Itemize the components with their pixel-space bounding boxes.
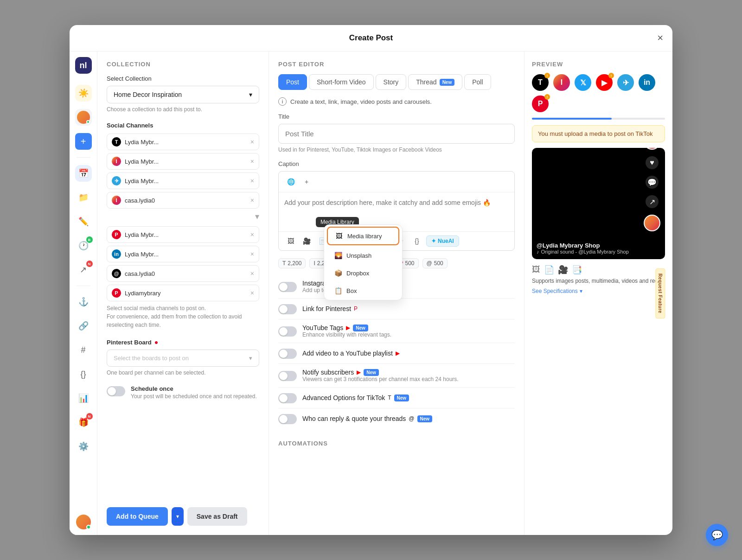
info-row: i Create a text, link, image, video post…	[278, 97, 515, 106]
chat-button[interactable]: 💬	[706, 524, 728, 546]
collection-select-dropdown[interactable]: Home Decor Inspiration ▾	[107, 86, 259, 103]
channel-name-1: Lydia Mybr...	[125, 139, 159, 146]
youtube-preview-icon[interactable]: ▶ !	[596, 74, 613, 91]
box-option[interactable]: 📋 Box	[327, 282, 399, 299]
instagram-preview-icon[interactable]: I	[553, 74, 570, 91]
user-avatar[interactable]	[76, 515, 91, 529]
youtube-playlist-toggle[interactable]	[278, 349, 297, 359]
twitter-preview-icon[interactable]: 𝕏	[575, 74, 591, 91]
save-as-draft-button[interactable]: Save as Draft	[187, 507, 247, 526]
collection-section-title: COLLECTION	[107, 61, 259, 68]
preview-comment-icon[interactable]: 💬	[646, 176, 659, 189]
remove-channel-8[interactable]: ×	[250, 289, 254, 297]
modal-header: Create Post ×	[70, 25, 672, 51]
video-type-icon: 🎥	[558, 265, 568, 275]
tab-short-form-video[interactable]: Short-form Video	[309, 74, 374, 90]
schedule-toggle[interactable]	[107, 386, 125, 396]
video-tool[interactable]: 🎥	[300, 235, 313, 248]
box-label: Box	[346, 287, 357, 294]
preview-heart-icon[interactable]: ♥	[646, 156, 659, 169]
media-library-label: Media library	[347, 233, 382, 240]
media-library-option[interactable]: 🖼 Media library	[327, 227, 399, 245]
youtube-playlist-content: Add video to a YouTube playlist ▶	[302, 350, 515, 357]
remove-channel-4[interactable]: ×	[250, 197, 254, 204]
calendar-icon[interactable]: 📅	[75, 165, 92, 182]
youtube-tags-toggle[interactable]	[278, 326, 297, 337]
warning-text: You must upload a media to post on TikTo…	[538, 130, 652, 137]
tab-poll[interactable]: Poll	[464, 74, 491, 90]
see-specifications-link[interactable]: See Specifications ▾	[532, 288, 665, 294]
preview-music-icon[interactable]	[644, 215, 660, 231]
share-icon[interactable]: ↗ N	[75, 261, 92, 278]
preview-video-info: @Lydia Mybrary Shop ♪ Original sound - @…	[537, 242, 642, 255]
user-avatar-icon[interactable]	[75, 109, 92, 126]
telegram-preview-icon[interactable]: ✈	[617, 74, 634, 91]
anchor-icon[interactable]: ⚓	[75, 293, 92, 310]
tab-story[interactable]: Story	[376, 74, 407, 90]
remove-channel-5[interactable]: ×	[250, 231, 254, 238]
remove-channel-7[interactable]: ×	[250, 270, 254, 277]
channel-name-5: Lydia Mybr...	[125, 231, 159, 238]
channel-item-telegram: ✈ Lydia Mybr... ×	[107, 172, 259, 189]
linkedin-preview-icon[interactable]: in	[639, 74, 655, 91]
language-tool[interactable]: 🌐	[284, 175, 297, 188]
unsplash-option[interactable]: 🌄 Unsplash	[327, 247, 399, 264]
add-tool[interactable]: +	[300, 175, 313, 188]
post-title-input[interactable]	[278, 124, 515, 144]
preview-share-icon[interactable]: ↗	[646, 195, 659, 208]
gift-icon[interactable]: 🎁 N	[75, 414, 92, 431]
expand-channels-icon[interactable]: ▾	[255, 211, 259, 222]
pinterest-link-title: Link for Pinterest P	[302, 305, 515, 312]
pinterest-platform-icon-2: P	[112, 288, 121, 298]
caption-textarea[interactable]	[279, 192, 514, 229]
tab-post[interactable]: Post	[278, 74, 307, 90]
add-to-queue-button[interactable]: Add to Queue	[107, 507, 168, 526]
tiktok-warning-banner: You must upload a media to post on TikTo…	[532, 125, 665, 142]
queue-options-button[interactable]: ▾	[172, 507, 184, 526]
add-button[interactable]: +	[75, 133, 92, 150]
board-chevron-icon: ▾	[249, 355, 252, 362]
unsplash-icon: 🌄	[333, 251, 343, 260]
hashtag-icon[interactable]: #	[75, 342, 92, 358]
settings-icon[interactable]: ⚙️	[75, 438, 92, 455]
request-feature-tab[interactable]: Request Feature	[656, 268, 665, 318]
sun-icon[interactable]: ☀️	[75, 85, 92, 102]
channel-item-pinterest-2: P Lydiamybrary ×	[107, 285, 259, 301]
folder-icon[interactable]: 📁	[75, 189, 92, 206]
preview-actions-overlay: ♥ 💬 ↗	[644, 148, 660, 231]
tiktok-preview-icon[interactable]: T !	[532, 74, 549, 91]
collection-hint: Choose a collection to add this post to.	[107, 106, 259, 113]
tab-story-label: Story	[384, 78, 399, 86]
tab-thread[interactable]: Thread New	[408, 74, 462, 90]
preview-creator-avatar[interactable]	[644, 148, 660, 150]
post-editor-title: POST EDITOR	[278, 61, 515, 68]
info-icon: i	[278, 97, 287, 106]
remove-channel-6[interactable]: ×	[250, 250, 254, 258]
pinterest-link-toggle[interactable]	[278, 304, 297, 314]
remove-channel-3[interactable]: ×	[250, 177, 254, 185]
board-select-dropdown[interactable]: Select the boards to post on ▾	[107, 350, 259, 367]
brush-icon[interactable]: ✏️	[75, 213, 92, 230]
notify-subscribers-toggle[interactable]	[278, 371, 297, 381]
preview-sound: ♪ Original sound - @Lydia Mybrary Shop	[537, 249, 642, 255]
image-tool[interactable]: 🖼	[284, 235, 297, 248]
pinterest-link-content: Link for Pinterest P	[302, 305, 515, 312]
app-sidebar: nl ☀️ + 📅 📁 ✏️ 🕐 B	[70, 51, 97, 535]
nue-ai-button[interactable]: ✦ NueAI	[426, 235, 459, 247]
close-button[interactable]: ×	[657, 33, 663, 43]
code-icon[interactable]: {}	[75, 366, 92, 382]
tiktok-advanced-toggle[interactable]	[278, 393, 297, 403]
tab-thread-label: Thread	[416, 78, 436, 86]
remove-channel-1[interactable]: ×	[250, 138, 254, 146]
link-icon[interactable]: 🔗	[75, 318, 92, 334]
clock-icon[interactable]: 🕐 B	[75, 237, 92, 254]
remove-channel-2[interactable]: ×	[250, 158, 254, 165]
youtube-tags-content: YouTube Tags ▶ New Enhance visibility wi…	[302, 324, 515, 338]
progress-fill	[532, 118, 612, 120]
threads-reply-toggle[interactable]	[278, 414, 297, 424]
chart-icon[interactable]: 📊	[75, 390, 92, 407]
pinterest-preview-icon[interactable]: P !	[532, 95, 549, 112]
code-tool[interactable]: {}	[410, 235, 423, 248]
dropbox-option[interactable]: 📦 Dropbox	[327, 265, 399, 281]
instagram-toggle[interactable]	[278, 282, 297, 292]
